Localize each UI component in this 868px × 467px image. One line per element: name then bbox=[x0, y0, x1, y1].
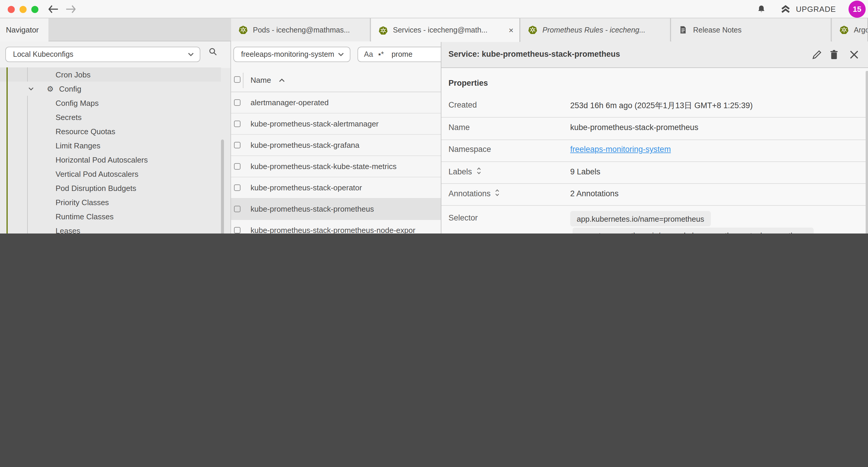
namespace-filter-value: freeleaps-monitoring-system bbox=[241, 50, 334, 59]
sidebar-item-secrets[interactable]: Secrets bbox=[0, 110, 221, 124]
close-window-button[interactable] bbox=[8, 6, 15, 13]
service-name: kube-prometheus-stack-alertmanager bbox=[251, 119, 379, 128]
sidebar-item-cron-jobs[interactable]: Cron Jobs bbox=[0, 67, 221, 82]
sidebar-search-icon[interactable] bbox=[209, 47, 217, 56]
table-row[interactable]: kube-prometheus-stack-kube-state-metrics bbox=[231, 156, 441, 177]
sidebar-item-priority-classes[interactable]: Priority Classes bbox=[0, 195, 221, 209]
row-checkbox[interactable] bbox=[234, 206, 241, 212]
regex-toggle[interactable]: ▪* bbox=[378, 50, 384, 59]
sidebar-item-config-maps[interactable]: Config Maps bbox=[0, 96, 221, 110]
delete-trash-icon[interactable] bbox=[829, 50, 839, 60]
table-row[interactable]: kube-prometheus-stack-prometheus-node-ex… bbox=[231, 220, 441, 233]
back-arrow-icon[interactable] bbox=[47, 4, 59, 14]
details-header: Service: kube-prometheus-stack-prometheu… bbox=[441, 41, 868, 68]
details-scrollbar[interactable] bbox=[866, 71, 868, 233]
upgrade-button[interactable]: UPGRADE bbox=[780, 0, 836, 18]
property-value-namespace: freeleaps-monitoring-system bbox=[570, 145, 671, 154]
kubernetes-icon bbox=[528, 25, 537, 34]
sidebar-item-pod-disruption-budgets[interactable]: Pod Disruption Budgets bbox=[0, 181, 221, 195]
upgrade-label: UPGRADE bbox=[796, 5, 836, 13]
property-label-labels: Labels bbox=[448, 167, 481, 176]
service-name: kube-prometheus-stack-kube-state-metrics bbox=[251, 162, 397, 171]
tree-indent-guide bbox=[27, 96, 28, 233]
tab-argo-se[interactable]: Argo Se bbox=[832, 18, 868, 41]
sidebar-item-vertical-pod-autoscalers[interactable]: Vertical Pod Autoscalers bbox=[0, 167, 221, 181]
table-row[interactable]: kube-prometheus-stack-grafana bbox=[231, 135, 441, 156]
sidebar-item-leases[interactable]: Leases bbox=[0, 224, 221, 233]
sidebar-scrollbar[interactable] bbox=[221, 140, 224, 233]
tab-services-icecheng-math[interactable]: Services - icecheng@math...× bbox=[371, 18, 520, 42]
sidebar-item-label: Config bbox=[59, 84, 81, 93]
navigator-panel-tab[interactable]: Navigator bbox=[0, 18, 49, 41]
property-label-namespace: Namespace bbox=[448, 145, 491, 154]
forward-arrow-icon[interactable] bbox=[65, 4, 77, 14]
property-value-name: kube-prometheus-stack-prometheus bbox=[570, 123, 699, 132]
app-window: UPGRADE 15 Navigator Pods - icecheng@mat… bbox=[0, 0, 868, 233]
row-divider bbox=[441, 140, 868, 140]
table-row[interactable]: alertmanager-operated bbox=[231, 92, 441, 114]
property-value-annotations: 2 Annotations bbox=[570, 189, 619, 198]
sidebar-item-resource-quotas[interactable]: Resource Quotas bbox=[0, 124, 221, 138]
edit-pencil-icon[interactable] bbox=[812, 50, 822, 60]
namespace-link[interactable]: freeleaps-monitoring-system bbox=[570, 145, 671, 154]
chevron-down-icon[interactable] bbox=[27, 85, 34, 92]
sort-toggle-icon[interactable] bbox=[495, 189, 500, 198]
table-row[interactable]: kube-prometheus-stack-prometheus bbox=[231, 199, 441, 220]
match-case-toggle[interactable]: Aa bbox=[364, 50, 373, 59]
tab-strip: Navigator Pods - icecheng@mathmas...Serv… bbox=[0, 18, 868, 41]
kubeconfig-filter-bar: Local Kubeconfigs bbox=[0, 41, 230, 68]
tab-label: Argo Se bbox=[854, 26, 867, 34]
panel-divider[interactable] bbox=[230, 41, 231, 233]
divider bbox=[243, 73, 243, 88]
tab-prometheus-rules-icecheng[interactable]: Prometheus Rules - icecheng... bbox=[521, 18, 671, 41]
gear-icon: ⚙ bbox=[45, 84, 55, 93]
table-row[interactable]: kube-prometheus-stack-operator bbox=[231, 177, 441, 199]
property-label-name: Name bbox=[448, 123, 470, 132]
double-chevron-up-icon bbox=[780, 5, 790, 13]
kubernetes-icon bbox=[239, 25, 248, 34]
table-row[interactable]: kube-prometheus-stack-alertmanager bbox=[231, 114, 441, 135]
service-name: kube-prometheus-stack-prometheus bbox=[251, 205, 374, 213]
tab-label: Release Notes bbox=[693, 26, 742, 34]
namespace-filter-select[interactable]: freeleaps-monitoring-system bbox=[234, 47, 350, 62]
row-checkbox[interactable] bbox=[234, 142, 241, 148]
row-checkbox[interactable] bbox=[234, 184, 241, 191]
navigator-panel-title: Navigator bbox=[6, 25, 39, 34]
select-all-checkbox[interactable] bbox=[234, 76, 241, 83]
row-checkbox[interactable] bbox=[234, 99, 241, 106]
tree-indent-guide bbox=[27, 67, 28, 82]
sidebar-item-limit-ranges[interactable]: Limit Ranges bbox=[0, 138, 221, 152]
sidebar-accent-line bbox=[6, 67, 7, 233]
search-input[interactable]: Aa ▪* prome bbox=[358, 47, 441, 62]
row-divider bbox=[441, 117, 868, 118]
column-header-label: Name bbox=[251, 76, 271, 85]
sidebar-item-label: Leases bbox=[56, 226, 80, 233]
row-checkbox[interactable] bbox=[234, 227, 241, 233]
minimize-window-button[interactable] bbox=[20, 6, 27, 13]
sidebar-item-label: Horizontal Pod Autoscalers bbox=[56, 155, 148, 164]
property-label-annotations: Annotations bbox=[448, 189, 500, 198]
tab-pods-icecheng-mathmas[interactable]: Pods - icecheng@mathmas... bbox=[231, 18, 370, 41]
table-header: Name bbox=[231, 68, 441, 92]
sort-toggle-icon[interactable] bbox=[477, 167, 481, 176]
sidebar-item-runtime-classes[interactable]: Runtime Classes bbox=[0, 209, 221, 224]
sidebar-item-horizontal-pod-autoscalers[interactable]: Horizontal Pod Autoscalers bbox=[0, 152, 221, 167]
tab-release-notes[interactable]: Release Notes bbox=[671, 18, 831, 41]
close-tab-icon[interactable]: × bbox=[509, 25, 514, 35]
row-divider bbox=[441, 183, 868, 184]
row-checkbox[interactable] bbox=[234, 121, 241, 127]
sidebar-item-label: Pod Disruption Budgets bbox=[56, 183, 136, 193]
notification-count-badge[interactable]: 15 bbox=[848, 1, 866, 18]
column-header-name[interactable]: Name bbox=[251, 68, 284, 92]
notifications-bell-icon[interactable] bbox=[757, 4, 766, 14]
sidebar-item-label: Runtime Classes bbox=[56, 212, 114, 221]
row-checkbox[interactable] bbox=[234, 163, 241, 170]
sidebar-item-label: Secrets bbox=[56, 113, 82, 121]
sidebar-item-config[interactable]: ⚙Config bbox=[0, 82, 221, 96]
kubeconfig-selector[interactable]: Local Kubeconfigs bbox=[5, 47, 200, 62]
sidebar-item-label: Config Maps bbox=[56, 98, 99, 107]
maximize-window-button[interactable] bbox=[31, 6, 38, 13]
document-icon bbox=[679, 25, 688, 34]
close-panel-icon[interactable] bbox=[849, 50, 859, 60]
service-name: kube-prometheus-stack-prometheus-node-ex… bbox=[251, 226, 415, 233]
